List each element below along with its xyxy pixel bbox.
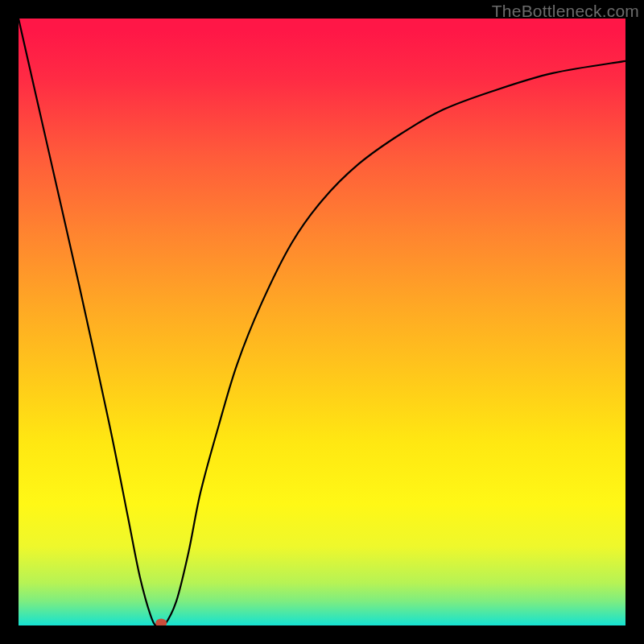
curve-layer bbox=[19, 19, 625, 625]
watermark-text: TheBottleneck.com bbox=[492, 2, 639, 21]
bottleneck-curve bbox=[19, 19, 625, 625]
chart-frame: TheBottleneck.com bbox=[0, 0, 644, 644]
minimum-marker bbox=[155, 619, 167, 626]
plot-area bbox=[19, 19, 625, 625]
